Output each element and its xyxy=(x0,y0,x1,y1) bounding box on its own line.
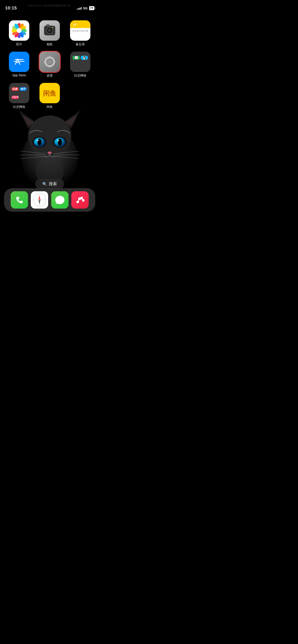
dock-messages[interactable] xyxy=(51,191,69,209)
dock-phone[interactable] xyxy=(11,191,28,209)
app-grid: 照片 相机 📁 文件夹不再可用 备忘录 xyxy=(0,15,99,109)
photos-icon[interactable] xyxy=(9,20,29,41)
toutiao-mini: 头条 xyxy=(11,87,19,91)
music-icon[interactable] xyxy=(71,191,89,209)
notes-header: 📁 xyxy=(70,20,90,28)
app-settings[interactable]: 设置 xyxy=(37,52,62,78)
svg-point-37 xyxy=(17,28,21,33)
app-appstore[interactable]: A App Store xyxy=(6,52,32,78)
appstore-icon[interactable]: A xyxy=(9,52,29,72)
svg-point-52 xyxy=(49,61,51,63)
battery: 77 xyxy=(89,6,94,10)
dock-music[interactable] xyxy=(71,191,89,209)
watermark: DESIGN BY WEIBO苹果最新动态分享 xyxy=(29,4,71,7)
zhihu-mini: 知乎 xyxy=(20,87,27,91)
social-folder-2-label: 社交网络 xyxy=(13,105,25,109)
network-type: 5G xyxy=(83,6,87,10)
photos-label: 照片 xyxy=(16,42,22,47)
folder-icon: 📁 xyxy=(73,22,77,26)
settings-label: 设置 xyxy=(47,74,53,78)
qq-mini-icon: 🐧 xyxy=(81,56,88,60)
app-xianyu[interactable]: 闲鱼 闲鱼 xyxy=(37,83,62,109)
app-notes[interactable]: 📁 文件夹不再可用 备忘录 xyxy=(67,20,93,47)
status-right: 5G 77 xyxy=(77,6,94,10)
notes-body: 文件夹不再可用 xyxy=(70,28,90,41)
settings-icon[interactable] xyxy=(39,52,60,72)
xianyu-label: 闲鱼 xyxy=(47,105,53,109)
svg-text:闲鱼: 闲鱼 xyxy=(43,90,57,97)
clock: 10:15 xyxy=(5,6,17,11)
svg-point-17 xyxy=(57,139,59,141)
app-camera[interactable]: 相机 xyxy=(37,20,62,47)
signal-bars xyxy=(77,7,82,10)
signal-bar-2 xyxy=(78,8,79,10)
search-pill[interactable]: 🔍 搜索 xyxy=(35,179,64,189)
status-bar: 10:15 DESIGN BY WEIBO苹果最新动态分享 5G 77 xyxy=(0,0,99,13)
camera-bump xyxy=(46,24,50,26)
social-folder-2-icon[interactable]: 头条 知乎 小红书 xyxy=(9,83,29,103)
search-icon: 🔍 xyxy=(43,182,47,186)
notes-label: 备忘录 xyxy=(76,42,85,47)
dock-safari[interactable] xyxy=(31,191,48,209)
camera-body xyxy=(44,26,55,35)
notes-icon[interactable]: 📁 文件夹不再可用 xyxy=(70,20,90,41)
svg-point-9 xyxy=(28,115,71,156)
appstore-label: App Store xyxy=(12,74,26,77)
search-label: 搜索 xyxy=(49,181,57,187)
app-social-folder-1[interactable]: 💬 🐧 社交网络 xyxy=(67,52,93,78)
dock xyxy=(4,188,95,212)
social-folder-1-icon[interactable]: 💬 🐧 xyxy=(70,52,90,72)
safari-icon[interactable] xyxy=(31,191,48,209)
camera-label: 相机 xyxy=(47,42,53,47)
cat-illustration xyxy=(0,103,99,189)
social-folder-1-label: 社交网络 xyxy=(74,74,86,78)
wechat-mini-icon: 💬 xyxy=(73,56,80,60)
notes-widget: 📁 文件夹不再可用 xyxy=(70,20,90,41)
phone-icon[interactable] xyxy=(11,191,28,209)
signal-bar-1 xyxy=(77,9,78,10)
xianyu-icon[interactable]: 闲鱼 xyxy=(39,83,60,103)
signal-bar-4 xyxy=(81,7,82,10)
messages-icon[interactable] xyxy=(51,191,69,209)
xiaohongshu-mini: 小红书 xyxy=(11,96,19,99)
camera-icon[interactable] xyxy=(39,20,60,41)
notes-unavailable-text: 文件夹不再可用 xyxy=(72,30,88,33)
svg-point-14 xyxy=(37,139,39,141)
camera-flash-dot xyxy=(52,27,53,28)
signal-bar-3 xyxy=(79,8,80,10)
app-photos[interactable]: 照片 xyxy=(6,20,32,47)
app-social-folder-2[interactable]: 头条 知乎 小红书 社交网络 xyxy=(6,83,32,109)
camera-lens xyxy=(46,27,53,34)
